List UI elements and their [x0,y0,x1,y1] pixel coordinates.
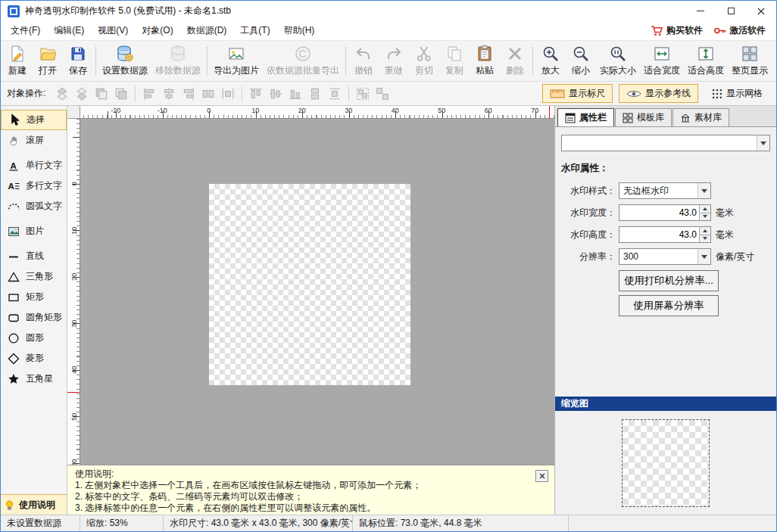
activate-software-link[interactable]: 激活软件 [713,24,766,37]
toolbar-separator [242,86,242,101]
show-grid-toggle[interactable]: 显示网格 [704,84,770,103]
tool-image[interactable]: 图片 [1,221,67,241]
datasource-field-combobox[interactable] [561,135,770,151]
tool-arc-text[interactable]: 圆弧文字 [1,196,67,216]
whole-page-button[interactable]: 整页显示 [728,42,772,80]
spin-down-button[interactable] [700,235,710,243]
save-button[interactable]: 保存 [63,42,93,80]
tool-single-text[interactable]: A 单行文字 [1,155,67,176]
tool-rect[interactable]: 矩形 [1,287,67,307]
usage-help-toggle[interactable]: 使用说明 [1,494,67,515]
minimize-button[interactable] [685,1,716,21]
toolbar-separator [345,46,346,76]
undo-icon [354,45,373,63]
tool-circle[interactable]: 圆形 [1,328,67,348]
status-watermark-size: 水印尺寸: 43.0 毫米 x 43.0 毫米, 300 像素/英寸 [164,515,353,531]
maximize-button[interactable] [716,1,746,21]
menubar: 文件(F) 编辑(E) 视图(V) 对象(O) 数据源(D) 工具(T) 帮助(… [1,21,776,41]
ruler-corner [67,106,80,119]
menu-tools[interactable]: 工具(T) [233,20,276,41]
use-screen-resolution-button[interactable]: 使用屏幕分辨率 [619,295,719,316]
tool-select[interactable]: 选择 [1,110,67,130]
tool-rect-label: 矩形 [26,291,44,303]
menu-file[interactable]: 文件(F) [4,20,47,41]
undo-label: 撤销 [354,64,373,77]
tab-templates[interactable]: 模板库 [615,108,672,126]
ruler-label: -10 [139,107,186,114]
menu-help[interactable]: 帮助(H) [277,20,322,41]
actual-size-button[interactable]: 实际大小 [596,42,640,80]
show-guides-toggle[interactable]: 显示参考线 [619,84,698,103]
tool-line[interactable]: 直线 [1,246,67,266]
status-mouse-position: 鼠标位置: 73.0 毫米, 44.8 毫米 [353,515,569,531]
grid-icon [712,89,722,99]
database-remove-icon [169,45,187,63]
tool-triangle[interactable]: 三角形 [1,266,67,287]
window-title: 神奇透明水印制作软件 5.0 (免费试用) - 未命名1.stb [25,5,685,17]
zoom-in-button[interactable]: 放大 [535,42,566,80]
actual-size-icon [609,45,627,63]
tool-diamond[interactable]: 菱形 [1,348,67,369]
zoom-out-button[interactable]: 缩小 [566,42,596,80]
lightbulb-icon [4,499,15,511]
statusbar: 未设置数据源 缩放: 53% 水印尺寸: 43.0 毫米 x 43.0 毫米, … [1,515,776,531]
save-button-label: 保存 [69,64,87,77]
thumbnail-preview[interactable] [623,420,709,506]
show-ruler-toggle[interactable]: 显示标尺 [542,84,613,103]
resolution-label: 分辨率： [561,250,616,263]
combobox-arrow-button[interactable] [697,249,710,264]
menu-view[interactable]: 视图(V) [91,20,135,41]
open-button[interactable]: 打开 [33,42,63,80]
tab-attributes[interactable]: 属性栏 [557,108,614,126]
menu-datasource[interactable]: 数据源(D) [180,20,234,41]
resolution-combobox[interactable]: 300 [619,248,711,265]
tab-materials[interactable]: 素材库 [672,108,729,126]
combobox-arrow-button[interactable] [757,135,769,151]
watermark-width-input[interactable] [619,205,699,220]
paste-button[interactable]: 粘贴 [470,42,500,80]
tool-pan[interactable]: 滚屏 [1,130,67,151]
use-printer-resolution-button[interactable]: 使用打印机分辨率... [619,270,719,291]
watermark-height-input[interactable] [619,227,699,242]
watermark-width-spinner [619,204,711,221]
tool-multi-text[interactable]: A 多行文字 [1,176,67,196]
canvas-area[interactable]: -20-10010203040506070 0102030405060 使用说明… [67,106,554,515]
equal-spacing-horizontal-icon [219,85,237,103]
copy-label: 复制 [445,64,463,77]
set-datasource-button[interactable]: 设置数据源 [98,42,151,80]
help-box-close-button[interactable] [535,470,548,482]
new-button-label: 新建 [8,64,27,77]
ruler-label: 50 [67,410,80,423]
resolution-unit: 像素/英寸 [716,250,754,263]
fit-height-button[interactable]: 适合高度 [684,42,728,80]
combobox-arrow-button[interactable] [697,183,710,198]
help-box-title: 使用说明: [75,468,535,480]
align-middle-vertical-icon [267,85,285,103]
tool-rounded-rect[interactable]: 圆角矩形 [1,307,67,328]
toolbar-separator [532,46,533,76]
tool-star[interactable]: 五角星 [1,369,67,389]
tab-templates-label: 模板库 [637,111,664,124]
menu-object[interactable]: 对象(O) [135,20,179,41]
spin-down-button[interactable] [700,213,710,221]
tool-panel: 选择 滚屏 A 单行文字 A 多行文字 圆弧文字 图片 [1,106,67,515]
spin-up-button[interactable] [700,227,710,235]
show-guides-label: 显示参考线 [645,87,691,100]
watermark-height-spinner [619,226,711,243]
fit-width-button[interactable]: 适合宽度 [640,42,684,80]
export-image-button[interactable]: 导出为图片 [210,42,263,80]
close-button[interactable] [746,1,776,21]
spin-up-button[interactable] [700,205,710,213]
line-icon [6,250,21,263]
tool-line-label: 直线 [26,250,44,263]
ruler-label: 20 [67,270,80,283]
menu-edit[interactable]: 编辑(E) [47,20,91,41]
watermark-width-label: 水印宽度： [561,207,616,219]
watermark-style-combobox[interactable]: 无边框水印 [619,182,711,199]
new-button[interactable]: 新建 [2,42,33,80]
watermark-canvas[interactable] [209,184,410,385]
ruler-label: 10 [67,224,80,237]
watermark-width-unit: 毫米 [716,207,734,219]
maximize-icon [728,8,735,14]
buy-software-link[interactable]: 购买软件 [651,24,703,37]
